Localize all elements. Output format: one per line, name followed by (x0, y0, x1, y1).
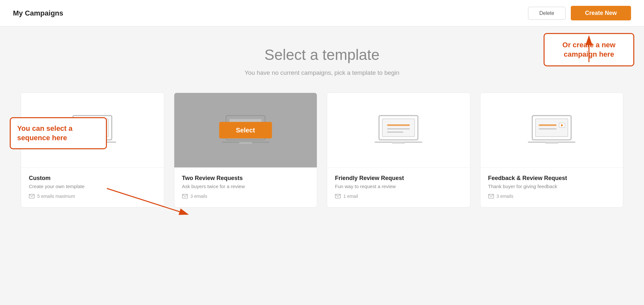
select-button[interactable]: Select (219, 122, 272, 139)
svg-rect-11 (239, 142, 252, 144)
callout-select-sequence: You can select a sequence here (10, 117, 107, 149)
card-image-feedback (480, 93, 623, 167)
laptop-icon-3 (373, 109, 424, 151)
envelope-icon (29, 194, 35, 198)
template-card-friendly[interactable]: Friendly Review Request Fun way to reque… (327, 93, 470, 208)
header: My Campaigns Delete Create New (0, 0, 644, 27)
envelope-icon-3 (335, 194, 341, 198)
card-name: Friendly Review Request (335, 175, 462, 182)
card-desc: Ask buyers twice for a review (182, 184, 309, 189)
card-emails: 1 email (335, 194, 462, 199)
section-title: Select a template (19, 46, 625, 63)
svg-rect-28 (539, 124, 557, 126)
svg-rect-17 (382, 119, 415, 137)
envelope-icon-2 (182, 194, 188, 198)
card-emails-text: 5 emails maximum (37, 194, 75, 199)
callout-select-text: You can select a sequence here (17, 124, 73, 142)
page-title: My Campaigns (13, 9, 63, 17)
main-content: Select a template You have no current ca… (0, 27, 644, 220)
laptop-icon-4 (526, 109, 578, 151)
svg-rect-20 (387, 124, 410, 126)
card-info-feedback: Feedback & Review Request Thank buyer fo… (480, 167, 623, 207)
cards-grid: Custom Create your own template 5 emails… (21, 93, 623, 208)
callout-create-campaign: Or create a new campaign here (544, 33, 634, 66)
card-info-two-review: Two Review Requests Ask buyers twice for… (174, 167, 317, 207)
section-subtitle: You have no current campaigns, pick a te… (19, 69, 625, 76)
callout-create-text: Or create a new campaign here (562, 41, 615, 58)
card-name: Two Review Requests (182, 175, 309, 182)
svg-rect-19 (392, 142, 405, 144)
card-info-custom: Custom Create your own template 5 emails… (21, 167, 164, 207)
card-emails-text: 3 emails (190, 194, 207, 199)
svg-rect-29 (539, 128, 557, 130)
card-emails: 5 emails maximum (29, 194, 156, 199)
header-actions: Delete Create New (528, 6, 631, 20)
card-name: Custom (29, 175, 156, 182)
card-emails-text: 3 emails (497, 194, 513, 199)
create-new-button[interactable]: Create New (571, 6, 631, 20)
delete-button[interactable]: Delete (528, 7, 566, 20)
card-emails: 3 emails (182, 194, 309, 199)
envelope-icon-4 (488, 194, 494, 198)
card-name: Feedback & Review Request (488, 175, 615, 182)
card-emails-text: 1 email (343, 194, 358, 199)
card-desc: Fun way to request a review (335, 184, 462, 189)
template-card-custom[interactable]: Custom Create your own template 5 emails… (21, 93, 164, 208)
svg-rect-22 (387, 131, 403, 133)
card-desc: Create your own template (29, 184, 156, 189)
svg-rect-27 (545, 142, 558, 144)
card-image-friendly (327, 93, 470, 167)
template-card-feedback[interactable]: Feedback & Review Request Thank buyer fo… (480, 93, 624, 208)
template-card-two-review[interactable]: Select Two Review Requests Ask buyers tw… (174, 93, 317, 208)
card-emails: 3 emails (488, 194, 615, 199)
card-image-two-review: Select (174, 93, 317, 167)
card-info-friendly: Friendly Review Request Fun way to reque… (327, 167, 470, 207)
card-desc: Thank buyer for giving feedback (488, 184, 615, 189)
svg-rect-21 (387, 128, 410, 130)
